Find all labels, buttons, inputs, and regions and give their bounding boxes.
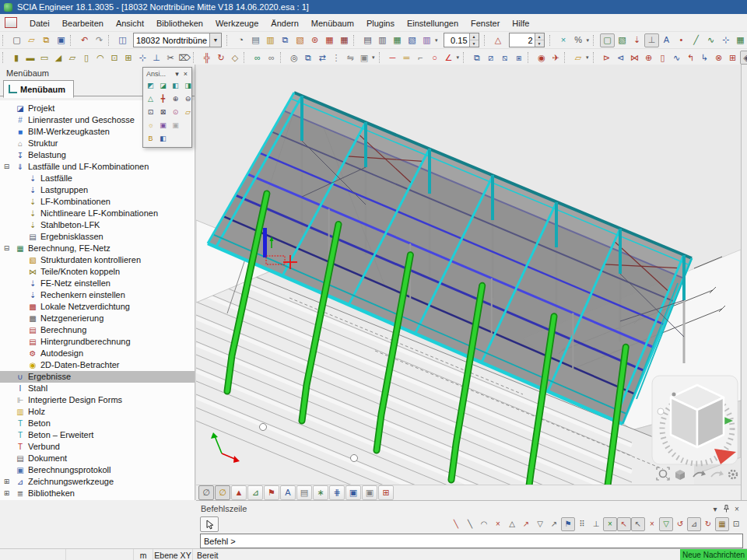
undo-icon[interactable]: ↶ [77,33,92,47]
move-selection-icon[interactable]: ⧅ [498,51,512,65]
expand-icon[interactable]: ⊞ [2,476,11,488]
project-window-icon[interactable]: ◫ [115,33,130,47]
toolbar-grip[interactable] [593,35,598,46]
combobox-dropdown-icon[interactable]: ▼ [209,33,221,47]
tree-item-lastfälle-und-lf-kombinationen[interactable]: ⊟⇓Lastfälle und LF-Kombinationen [0,161,195,173]
show-load-diagram-icon[interactable]: ⊿ [247,485,263,500]
tree-item-netzgenerierung[interactable]: ▩Netzgenerierung [0,313,195,324]
viewport-3d[interactable]: ∅∅▲⊿⚑A▤∗⋕▣▣⊞ [196,65,741,500]
clipping-box-icon[interactable]: B [145,133,156,145]
insert-haunch-icon[interactable]: ◢ [51,51,65,65]
results-table-icon[interactable]: ▦ [322,33,337,47]
spinner-up-icon[interactable]: ▲ [470,33,479,40]
insert-support-icon[interactable]: ⊥ [149,51,163,65]
document-system-icon[interactable] [5,17,17,28]
menu-ändern[interactable]: Ändern [265,16,304,30]
snap-arc-icon[interactable]: ◠ [477,517,491,531]
toolbar-grip[interactable] [280,52,285,63]
palette-header[interactable]: Ansi... ▾ × [143,68,191,79]
tree-item-lokale-netzverdichtung[interactable]: ▩Lokale Netzverdichtung [0,301,195,313]
tree-item-rechenkern-einstellen[interactable]: ⇣Rechenkern einstellen [0,289,195,301]
insert-plate-icon[interactable]: ▱ [65,51,79,65]
clipboard-icon[interactable]: ▧ [293,33,307,47]
toolbar-grip[interactable] [70,35,75,46]
tree-item-verbund[interactable]: TVerbund [0,441,195,453]
load-display-spinner[interactable]: 2▲▼ [509,33,545,47]
intersect-members-icon[interactable]: ⊗ [712,51,726,65]
show-mesh-icon[interactable]: ▦ [733,33,747,47]
collapse-icon[interactable]: ⊟ [2,161,11,173]
expand-icon[interactable]: ⊞ [2,488,11,499]
show-section-stamp-icon[interactable]: ▤ [296,485,312,500]
rotate-node-icon[interactable]: ↻ [214,51,228,65]
fly-through-icon[interactable]: ✈ [549,51,563,65]
tree-item-stahlbeton-lfk[interactable]: ⇣Stahlbeton-LFK [0,219,195,231]
draw-angle-icon[interactable]: ∠ [442,51,456,65]
snap-tangent-icon[interactable]: ↺ [673,517,687,531]
menu-plugins[interactable]: Plugins [360,16,401,30]
menu-fenster[interactable]: Fenster [465,16,506,30]
draw-circle-icon[interactable]: ○ [428,51,442,65]
mesh-ball-icon[interactable]: ⊛ [307,33,322,47]
show-supports-icon[interactable]: ⊥ [644,33,659,47]
scale-symbols-icon[interactable]: △ [491,33,506,47]
zoom-all-icon[interactable]: ⊠ [157,107,169,118]
ucs-axes-icon[interactable]: ╋ [157,93,169,105]
spinner-down-icon[interactable]: ▼ [535,40,544,47]
view-3d-window-icon[interactable]: ◧ [157,133,169,145]
layers-icon[interactable]: ⧉ [278,33,293,47]
node-grid-icon[interactable]: ◈ [740,51,747,65]
tree-item-dokument[interactable]: ▤Dokument [0,453,195,464]
show-loads-icon[interactable]: ⇣ [630,33,644,47]
snap-perpendicular-icon[interactable]: ▽ [659,517,673,531]
zoom-window-icon[interactable]: ⊡ [145,107,156,118]
tree-item-teile-knoten-koppeln[interactable]: ⋈Teile/Knoten koppeln [0,266,195,278]
show-surfaces-icon[interactable]: ▧ [615,33,630,47]
toolbar-grip[interactable] [108,35,113,46]
insert-wall-icon[interactable]: ▯ [79,51,93,65]
snap-intersection-icon[interactable]: × [645,517,659,531]
rotate-view-icon[interactable]: △ [145,93,156,105]
check-structure-icon[interactable]: ▯ [656,51,670,65]
show-model-icon[interactable]: ▢ [600,33,615,47]
panel-menu-icon[interactable]: ▾ [710,505,721,513]
print-data-icon[interactable]: ▤ [248,33,263,47]
menu-bearbeiten[interactable]: Bearbeiten [56,16,110,30]
open-layer-folder-icon[interactable]: ▱ [571,51,585,65]
pointer-mode-button[interactable] [200,516,219,532]
paste-properties-icon[interactable]: ▣ [357,51,371,65]
zoom-selection-icon[interactable]: ⊙ [170,107,181,118]
model-canvas[interactable] [196,65,741,500]
toolbar-grip[interactable] [226,35,231,46]
show-members-icon[interactable]: ╱ [689,33,703,47]
ratio-1-10-icon[interactable]: % [571,33,586,47]
tree-item-fe-netz-einstellen[interactable]: ⇣FE-Netz einstellen [0,278,195,289]
toolbar-grip[interactable] [484,35,489,46]
cursor-edit-icon[interactable]: ↗ [547,517,561,531]
palette-close-icon[interactable]: × [181,70,190,78]
snap-ortho-icon[interactable]: ⊥ [589,517,603,531]
tree-item-ergebnisse[interactable]: ∪Ergebnisse [0,371,195,383]
polyline-edit-icon[interactable]: ◇ [228,51,242,65]
print-preview-icon[interactable]: ▥ [375,33,390,47]
project-combobox[interactable]: 18032 Nordtribüne▼ [133,33,222,47]
view-axo-icon[interactable]: ◩ [145,80,156,92]
view-x-icon[interactable]: ◪ [157,80,169,92]
tree-item-belastung[interactable]: ↧Belastung [0,149,195,161]
insert-shell-icon[interactable]: ◠ [93,51,107,65]
copy-icon[interactable]: ⧉ [301,51,315,65]
transparency-spinner[interactable]: 0.15▲▼ [444,33,479,47]
show-text-labels-icon[interactable]: A [280,485,296,500]
mirror-icon[interactable]: ⇋ [343,51,357,65]
spinner-down-icon[interactable]: ▼ [470,40,479,47]
tree-item-stahl[interactable]: IStahl [0,383,195,394]
stretch-icon[interactable]: ⧆ [512,51,526,65]
tree-item-nichtlineare-lf-kombinationen[interactable]: ⇣Nichtlineare LF-Kombinationen [0,208,195,219]
panel-close-icon[interactable]: × [731,505,742,513]
align-nodes-icon[interactable]: ∿ [670,51,684,65]
workstation-toggle-icon[interactable]: ◔ [233,33,248,47]
command-input[interactable]: Befehl > [200,534,743,548]
snap-corner-icon[interactable]: ↰ [684,51,698,65]
draw-rectangle-icon[interactable]: ⌐ [414,51,428,65]
toolbar-grip[interactable] [549,35,554,46]
